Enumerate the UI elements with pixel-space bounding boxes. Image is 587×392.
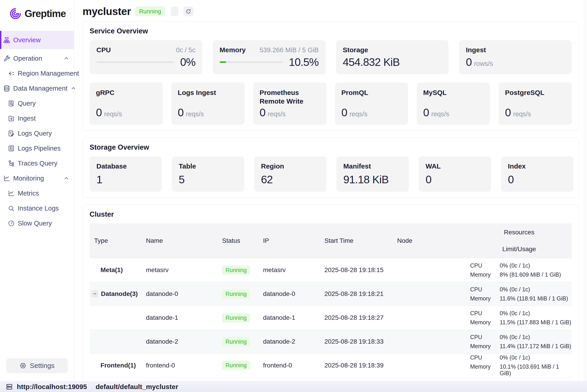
sidebar-item-region-management[interactable]: Region Management bbox=[0, 66, 74, 81]
col-resources: Resources Limit/Usage bbox=[466, 229, 572, 253]
settings-label: Settings bbox=[30, 362, 54, 370]
type-cell: − Datanode(3) bbox=[90, 290, 144, 298]
chevron-up-icon[interactable] bbox=[71, 86, 76, 91]
start-time-cell: 2025-08-28 19:18:15 bbox=[322, 266, 395, 274]
running-badge: Running bbox=[222, 313, 250, 322]
collapse-button[interactable]: − bbox=[91, 290, 98, 297]
chevron-up-icon[interactable] bbox=[63, 56, 69, 61]
logo-text: Greptime bbox=[25, 8, 66, 19]
start-time-cell: 2025-08-28 19:18:39 bbox=[322, 362, 395, 369]
start-time-cell: 2025-08-28 19:18:21 bbox=[322, 290, 395, 298]
sidebar-item-label: Query bbox=[18, 100, 36, 107]
sidebar-item-data-management[interactable]: Data Management bbox=[0, 81, 74, 96]
storage-card: Storage 454.832 KiB bbox=[336, 40, 449, 74]
sidebar-item-label: Slow Query bbox=[18, 220, 52, 227]
sidebar-item-label: Monitoring bbox=[13, 175, 44, 182]
name-cell: frontend-0 bbox=[144, 362, 220, 369]
memory-limit: 539.266 MiB / 5 GiB bbox=[260, 46, 319, 54]
header-action-button[interactable] bbox=[171, 6, 178, 16]
page-title: mycluster bbox=[83, 5, 131, 18]
sidebar-item-overview[interactable]: Overview bbox=[0, 31, 74, 49]
table-row: datanode-1 Running datanode-1 2025-08-28… bbox=[90, 306, 572, 330]
sidebar-item-label: Instance Logs bbox=[18, 205, 59, 212]
overview-icon bbox=[3, 36, 10, 44]
table-card: Table 5 bbox=[172, 156, 244, 192]
ingest-unit: rows/s bbox=[474, 60, 493, 67]
storage-overview-panel: Storage Overview Database 1 Table 5 Regi… bbox=[83, 138, 579, 198]
server-url: http://localhost:19095 bbox=[17, 383, 87, 391]
refresh-button[interactable] bbox=[183, 6, 193, 16]
main-scrollbar[interactable] bbox=[584, 0, 587, 381]
cluster-table-header: Type Name Status IP Start Time Node Reso… bbox=[90, 224, 572, 258]
status-cell: Running bbox=[220, 361, 261, 370]
running-badge: Running bbox=[222, 266, 250, 275]
cluster-panel: Cluster Type Name Status IP Start Time N… bbox=[83, 205, 579, 381]
resources-cell: CPU0% (0c / 1c) Memory11.5% (117.883 MiB… bbox=[466, 310, 572, 326]
current-database: default/default_mycluster bbox=[96, 383, 178, 391]
sidebar-item-instance-logs[interactable]: Instance Logs bbox=[0, 201, 74, 216]
ip-cell: frontend-0 bbox=[261, 362, 322, 369]
sidebar-item-query[interactable]: Query bbox=[0, 96, 74, 111]
minus-icon: − bbox=[93, 292, 96, 296]
ingest-value: 0rows/s bbox=[466, 56, 493, 68]
name-cell: datanode-1 bbox=[144, 314, 220, 321]
sidebar-nav: Overview Operation Region Management bbox=[0, 31, 74, 358]
service-overview-panel: Service Overview CPU 0c / 5c 0% Memory 5… bbox=[83, 21, 579, 131]
sidebar: Greptime Overview Operation bbox=[0, 0, 74, 381]
ip-cell: datanode-1 bbox=[261, 314, 322, 321]
name-cell: datanode-0 bbox=[144, 290, 220, 298]
greptime-logo-icon bbox=[9, 7, 22, 20]
storage-overview-title: Storage Overview bbox=[90, 143, 572, 152]
database-card: Database 1 bbox=[90, 156, 162, 192]
sidebar-item-label: Operation bbox=[13, 55, 42, 62]
sidebar-item-label: Traces Query bbox=[18, 160, 58, 167]
sidebar-item-label: Region Management bbox=[18, 70, 79, 77]
resources-cell: CPU0% (0c / 1c) Memory10.1% (103.691 MiB… bbox=[466, 354, 572, 376]
memory-card: Memory 539.266 MiB / 5 GiB 10.5% bbox=[213, 40, 326, 74]
metrics-icon bbox=[8, 190, 15, 197]
grpc-card: gRPC 0reqs/s bbox=[90, 82, 163, 125]
region-management-icon bbox=[8, 70, 15, 77]
postgresql-card: PostgreSQL 0reqs/s bbox=[499, 82, 572, 125]
cpu-limit: 0c / 5c bbox=[176, 46, 195, 54]
sidebar-item-operation[interactable]: Operation bbox=[0, 51, 74, 66]
cluster-title: Cluster bbox=[90, 210, 572, 218]
sidebar-item-traces-query[interactable]: Traces Query bbox=[0, 156, 74, 171]
cpu-progress-bar bbox=[96, 61, 174, 63]
promql-card: PromQL 0reqs/s bbox=[335, 82, 408, 125]
sidebar-item-logs-pipelines[interactable]: Logs Pipelines bbox=[0, 141, 74, 156]
start-time-cell: 2025-08-28 19:18:33 bbox=[322, 338, 395, 345]
status-bar: http://localhost:19095 default/default_m… bbox=[0, 381, 587, 392]
start-time-cell: 2025-08-28 19:18:27 bbox=[322, 314, 395, 321]
status-cell: Running bbox=[220, 313, 261, 322]
sidebar-item-ingest[interactable]: Ingest bbox=[0, 111, 74, 126]
table-row: datanode-2 Running datanode-2 2025-08-28… bbox=[90, 330, 572, 354]
memory-progress-bar bbox=[220, 61, 283, 63]
chart-icon bbox=[3, 175, 10, 182]
running-badge: Running bbox=[222, 361, 250, 370]
settings-button[interactable]: Settings bbox=[6, 358, 68, 373]
logo: Greptime bbox=[0, 0, 74, 27]
memory-percent: 10.5% bbox=[289, 56, 319, 68]
chevron-up-icon[interactable] bbox=[63, 175, 69, 181]
sliders-icon bbox=[8, 145, 15, 152]
resources-cell: CPU0% (0c / 1c) Memory11.6% (118.91 MiB … bbox=[466, 286, 572, 302]
memory-label: Memory bbox=[220, 46, 246, 54]
wal-card: WAL 0 bbox=[419, 156, 491, 192]
status-cell: Running bbox=[220, 337, 261, 346]
tree-icon bbox=[8, 160, 15, 167]
col-ip: IP bbox=[261, 237, 322, 244]
status-cell: Running bbox=[220, 266, 261, 275]
sidebar-item-metrics[interactable]: Metrics bbox=[0, 186, 74, 201]
cpu-label: CPU bbox=[96, 46, 111, 54]
index-card: Index 0 bbox=[501, 156, 573, 192]
sidebar-item-logs-query[interactable]: Logs Query bbox=[0, 126, 74, 141]
document-search-icon bbox=[8, 100, 15, 107]
table-row: Frontend(1) frontend-0 Running frontend-… bbox=[90, 354, 572, 377]
sidebar-item-slow-query[interactable]: Slow Query bbox=[0, 216, 74, 231]
type-cell: Meta(1) bbox=[90, 266, 144, 274]
service-overview-title: Service Overview bbox=[90, 27, 572, 35]
sidebar-item-monitoring[interactable]: Monitoring bbox=[0, 171, 74, 186]
document-edit-icon bbox=[8, 130, 15, 137]
page-header: mycluster Running bbox=[83, 6, 579, 17]
